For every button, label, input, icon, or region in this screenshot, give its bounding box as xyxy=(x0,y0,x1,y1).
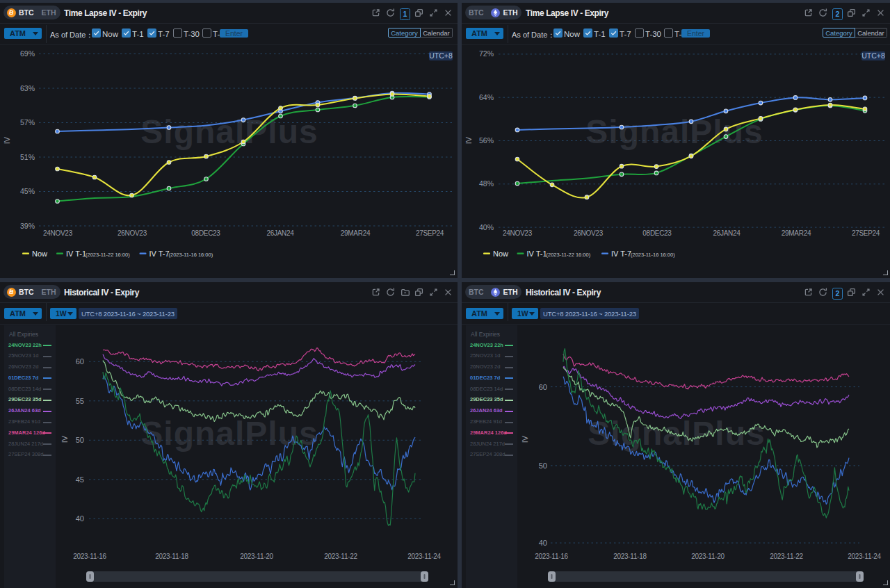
svg-text:64%: 64% xyxy=(479,93,494,101)
svg-text:UTC+8: UTC+8 xyxy=(861,51,885,60)
svg-text:60: 60 xyxy=(539,383,547,391)
svg-text:63%: 63% xyxy=(20,84,35,92)
svg-text:26NOV23: 26NOV23 xyxy=(118,229,147,237)
svg-text:26NOV23: 26NOV23 xyxy=(574,229,604,237)
svg-text:40%: 40% xyxy=(479,223,494,231)
svg-text:2023-11-16: 2023-11-16 xyxy=(73,553,106,560)
svg-text:57%: 57% xyxy=(20,118,35,126)
svg-text:2023-11-24: 2023-11-24 xyxy=(407,553,441,560)
svg-text:UTC+8: UTC+8 xyxy=(429,51,453,60)
svg-text:51%: 51% xyxy=(20,153,35,161)
svg-text:50: 50 xyxy=(539,462,547,470)
svg-text:SignalPlus: SignalPlus xyxy=(588,415,765,452)
svg-text:IV T-7: IV T-7 xyxy=(611,250,631,258)
svg-text:(2023-11-22 16:00): (2023-11-22 16:00) xyxy=(547,252,591,258)
svg-text:(2023-11-22 16:00): (2023-11-22 16:00) xyxy=(86,252,130,258)
svg-text:Now: Now xyxy=(32,250,47,258)
svg-text:IV T-1: IV T-1 xyxy=(527,250,547,258)
svg-text:29MAR24: 29MAR24 xyxy=(341,229,371,237)
svg-text:SignalPlus: SignalPlus xyxy=(140,415,318,452)
svg-text:72%: 72% xyxy=(479,49,494,58)
svg-text:IV: IV xyxy=(3,136,11,144)
svg-text:40: 40 xyxy=(76,514,84,523)
svg-text:27SEP24: 27SEP24 xyxy=(852,229,880,237)
svg-text:08DEC23: 08DEC23 xyxy=(191,229,220,237)
svg-text:08DEC23: 08DEC23 xyxy=(642,229,672,237)
svg-text:Now: Now xyxy=(493,250,508,258)
svg-text:48%: 48% xyxy=(479,179,494,188)
svg-text:IV: IV xyxy=(521,435,529,443)
svg-text:IV T-7: IV T-7 xyxy=(149,250,170,258)
svg-text:40: 40 xyxy=(539,539,547,547)
svg-text:(2023-11-16 16:00): (2023-11-16 16:00) xyxy=(169,252,213,258)
svg-text:55: 55 xyxy=(76,397,84,405)
svg-text:29MAR24: 29MAR24 xyxy=(782,229,811,237)
svg-text:26JAN24: 26JAN24 xyxy=(266,229,294,237)
svg-text:50: 50 xyxy=(76,436,84,444)
svg-text:SignalPlus: SignalPlus xyxy=(585,113,763,150)
svg-text:2023-11-18: 2023-11-18 xyxy=(613,553,647,560)
svg-text:56%: 56% xyxy=(479,136,494,145)
svg-text:2023-11-22: 2023-11-22 xyxy=(324,553,357,560)
svg-text:2023-11-22: 2023-11-22 xyxy=(770,553,803,560)
svg-text:69%: 69% xyxy=(20,49,35,58)
svg-text:45%: 45% xyxy=(20,187,35,195)
svg-text:2023-11-16: 2023-11-16 xyxy=(535,553,568,560)
svg-text:60: 60 xyxy=(76,357,84,366)
svg-text:45: 45 xyxy=(76,475,84,484)
svg-text:2023-11-18: 2023-11-18 xyxy=(155,553,188,560)
svg-text:(2023-11-16 16:00): (2023-11-16 16:00) xyxy=(631,252,675,258)
svg-text:26JAN24: 26JAN24 xyxy=(713,229,741,237)
svg-text:IV: IV xyxy=(60,435,69,443)
svg-text:24NOV23: 24NOV23 xyxy=(43,229,73,237)
svg-text:39%: 39% xyxy=(20,222,35,230)
svg-text:IV T-1: IV T-1 xyxy=(66,250,86,258)
svg-text:IV: IV xyxy=(464,136,473,144)
svg-text:2023-11-20: 2023-11-20 xyxy=(691,553,725,560)
svg-text:SignalPlus: SignalPlus xyxy=(140,113,318,150)
svg-text:24NOV23: 24NOV23 xyxy=(503,229,533,237)
svg-text:2023-11-24: 2023-11-24 xyxy=(848,553,881,560)
svg-text:27SEP24: 27SEP24 xyxy=(416,229,444,237)
svg-text:2023-11-20: 2023-11-20 xyxy=(240,553,273,560)
